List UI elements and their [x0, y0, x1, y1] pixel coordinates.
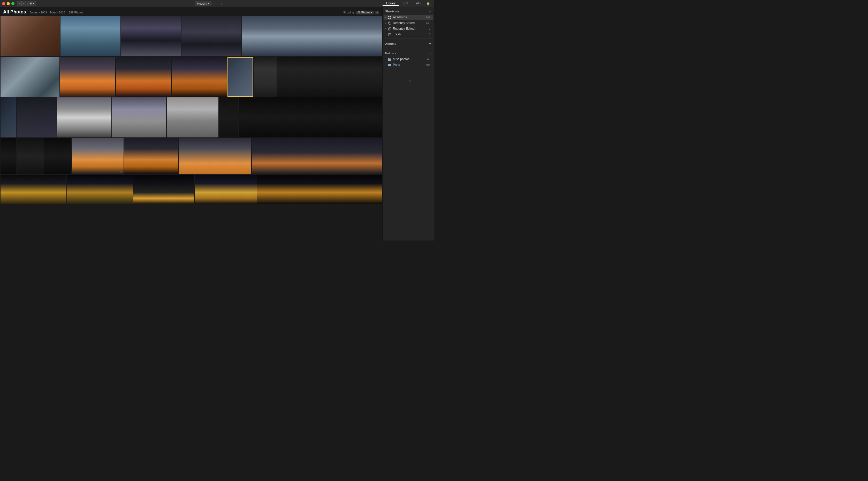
- photo-couple[interactable]: [17, 97, 57, 137]
- photo-reflecting-pool2[interactable]: [124, 138, 178, 174]
- tab-info[interactable]: Info: [412, 2, 424, 6]
- photo-row-5: [1, 174, 382, 204]
- lock-icon: 🔒: [426, 2, 430, 5]
- recently-edited-count: 7: [429, 27, 430, 30]
- photo-selfie1[interactable]: [1, 138, 16, 174]
- photo-night-city[interactable]: [257, 174, 382, 204]
- svg-rect-1: [390, 16, 391, 17]
- medium-label: Medium: [197, 2, 207, 5]
- heart-icon: ♡: [120, 170, 123, 173]
- expand-arrow-re: ▶: [384, 27, 386, 30]
- zoom-minus-button[interactable]: −: [214, 2, 218, 6]
- folders-label: Folders: [385, 52, 396, 55]
- photo-selfie3[interactable]: [44, 138, 71, 174]
- medium-arrow: ▾: [208, 2, 209, 5]
- photo-row-1: [1, 16, 382, 56]
- capture-dropdown[interactable]: ▾: [375, 10, 379, 14]
- fullscreen-button[interactable]: [11, 2, 14, 5]
- svg-rect-0: [388, 16, 389, 17]
- photo-man1[interactable]: [254, 57, 277, 97]
- photo-monument2[interactable]: [116, 57, 171, 97]
- nav-back-button[interactable]: ‹: [17, 1, 22, 6]
- photo-capitol2[interactable]: [1, 57, 59, 97]
- sidebar-divider-2: [384, 48, 432, 48]
- photo-cross2[interactable]: [182, 16, 241, 56]
- date-range: January 2009 – March 2018: [30, 11, 65, 14]
- titlebar: ‹ › ⊞ ▾ Medium ▾ − + Library Edit Info 🔒: [0, 0, 434, 7]
- photo-header: All Photos January 2009 – March 2018 149…: [0, 7, 382, 16]
- photo-count: 149 Photos: [69, 11, 83, 14]
- photo-three-men[interactable]: [179, 138, 251, 174]
- sidebar-item-recently-edited[interactable]: ▶ Recently Edited 7: [383, 26, 433, 31]
- sidebar-item-misc-photos[interactable]: Misc photos 45: [383, 57, 433, 62]
- shortcuts-section-header: Shortcuts +: [382, 7, 434, 14]
- trash-icon: [388, 33, 391, 36]
- trash-count: 0: [429, 33, 430, 36]
- photo-soap-bubble[interactable]: [112, 97, 166, 137]
- folder-misc-icon: [388, 57, 391, 61]
- trash-label: Trash: [393, 33, 427, 36]
- photo-area: All Photos January 2009 – March 2018 149…: [0, 7, 382, 241]
- misc-photos-label: Misc photos: [393, 57, 426, 61]
- photo-capitol[interactable]: [242, 16, 382, 56]
- all-photos-count: 149: [426, 16, 430, 19]
- photo-night-river[interactable]: [195, 174, 257, 204]
- showing-dropdown[interactable]: All Photos ▾: [356, 10, 374, 14]
- zoom-medium-button[interactable]: Medium ▾: [195, 1, 212, 6]
- view-dropdown-arrow: ▾: [33, 2, 34, 5]
- photo-man2[interactable]: [277, 57, 382, 97]
- sidebar-empty-area: ↖: [382, 68, 434, 241]
- photo-crowd[interactable]: [167, 97, 218, 137]
- photo-cross1[interactable]: [121, 16, 181, 56]
- recently-added-label: Recently Added: [393, 21, 424, 25]
- folders-section-header: Folders +: [382, 49, 434, 56]
- sidebar-item-paris[interactable]: Paris 104: [383, 62, 433, 67]
- main-layout: All Photos January 2009 – March 2018 149…: [0, 7, 434, 241]
- expand-arrow: ▶: [384, 16, 386, 19]
- photo-tidal-basin[interactable]: [252, 138, 382, 174]
- paris-count: 104: [426, 63, 430, 66]
- close-button[interactable]: [2, 2, 5, 5]
- photo-row-2: [1, 57, 382, 97]
- albums-add-button[interactable]: +: [429, 41, 431, 46]
- photo-night-road[interactable]: [133, 174, 194, 204]
- misc-photos-count: 45: [427, 58, 430, 61]
- photo-monument-sunset[interactable]: [60, 57, 115, 97]
- view-options-button[interactable]: ⊞ ▾: [27, 1, 36, 6]
- minimize-button[interactable]: [7, 2, 10, 5]
- photo-night1[interactable]: [1, 174, 66, 204]
- zoom-plus-button[interactable]: +: [220, 2, 224, 6]
- photo-bikes[interactable]: [227, 57, 253, 97]
- photo-grid: ♡: [0, 16, 382, 241]
- albums-label: Albums: [385, 42, 396, 45]
- all-photos-icon: [388, 15, 391, 19]
- grid-icon: ⊞: [29, 2, 32, 5]
- tab-library[interactable]: Library: [382, 2, 399, 6]
- sidebar-item-all-photos[interactable]: ▶ All Photos 149: [383, 15, 433, 20]
- photo-row-3: [1, 97, 382, 137]
- photo-bikes2[interactable]: [1, 97, 16, 137]
- expand-arrow-ra: ▶: [384, 22, 386, 24]
- photo-family[interactable]: [1, 16, 60, 56]
- photo-paris-arch[interactable]: [57, 97, 112, 137]
- photo-night2[interactable]: [67, 174, 133, 204]
- nav-forward-button[interactable]: ›: [22, 1, 26, 6]
- showing-label: Showing:: [343, 11, 354, 14]
- photo-monument3[interactable]: [172, 57, 227, 97]
- folders-add-button[interactable]: +: [429, 51, 431, 55]
- photo-reflecting-pool[interactable]: ♡: [72, 138, 124, 174]
- traffic-lights: [2, 2, 14, 5]
- photo-selfie2[interactable]: [17, 138, 44, 174]
- nav-back-forward: ‹ ›: [17, 1, 26, 6]
- photo-marina[interactable]: [61, 16, 120, 56]
- recently-edited-icon: [388, 27, 391, 30]
- sidebar-item-trash[interactable]: Trash 0: [383, 32, 433, 37]
- photo-row-4: ♡: [1, 138, 382, 174]
- tab-edit[interactable]: Edit: [399, 2, 412, 6]
- photo-man3[interactable]: [219, 97, 238, 137]
- svg-rect-3: [390, 18, 391, 19]
- sidebar-item-recently-added[interactable]: ▶ Recently Added 149: [383, 21, 433, 26]
- all-photos-label: All Photos: [393, 15, 424, 19]
- shortcuts-add-button[interactable]: +: [429, 9, 431, 13]
- photo-man4[interactable]: [239, 97, 382, 137]
